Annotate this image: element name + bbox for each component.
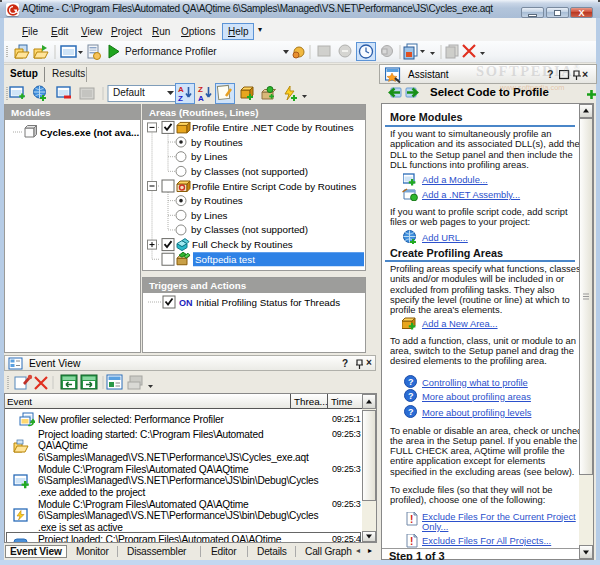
svg-text:by Lines: by Lines: [191, 210, 228, 221]
svg-text:ON: ON: [179, 298, 193, 308]
svg-text:Full Check by Routines: Full Check by Routines: [192, 239, 293, 250]
svg-text:Initial Profiling Status for T: Initial Profiling Status for Threads: [196, 297, 340, 308]
svg-text:A: A: [178, 85, 184, 94]
svg-text:by Lines: by Lines: [191, 151, 228, 162]
svg-text:A: A: [198, 94, 204, 103]
svg-text:!: !: [410, 514, 413, 525]
svg-text:by Classes (not supported): by Classes (not supported): [191, 166, 308, 177]
svg-text:Z: Z: [198, 85, 203, 94]
svg-text:Profile Entire .NET Code by Ro: Profile Entire .NET Code by Routines: [192, 122, 354, 133]
svg-text:?: ?: [408, 391, 414, 401]
svg-text:!: !: [410, 536, 413, 547]
svg-text:by Routines: by Routines: [191, 137, 243, 148]
svg-text:by Routines: by Routines: [191, 195, 243, 206]
svg-text:Z: Z: [178, 94, 183, 103]
svg-text:Profile Entire Script Code by: Profile Entire Script Code by Routines: [192, 181, 357, 192]
svg-text:?: ?: [408, 377, 414, 387]
svg-text:Softpedia test: Softpedia test: [195, 254, 255, 265]
svg-text:Cycles.exe (not ava...: Cycles.exe (not ava...: [40, 127, 139, 138]
svg-text:by Classes (not supported): by Classes (not supported): [191, 224, 308, 235]
svg-text:?: ?: [408, 407, 414, 417]
